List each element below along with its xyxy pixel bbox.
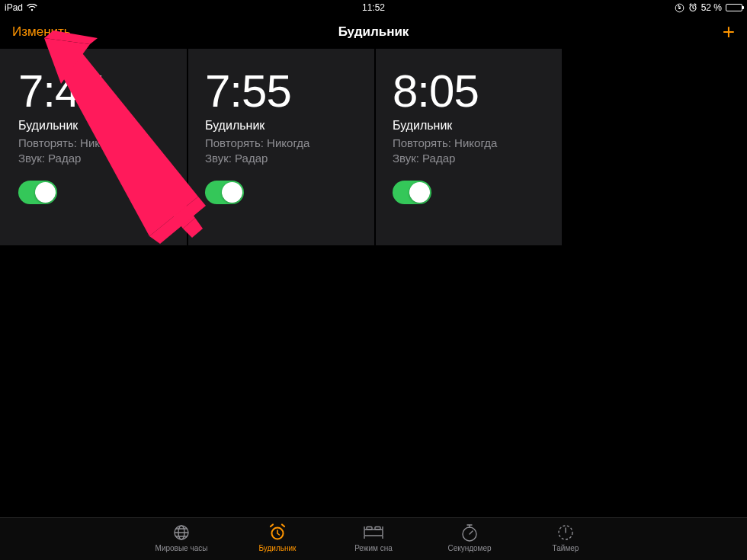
status-time: 11:52 — [362, 2, 385, 13]
page-title: Будильник — [338, 24, 409, 40]
wifi-icon — [27, 4, 37, 11]
tab-bedtime[interactable]: Режим сна — [343, 523, 404, 560]
alarm-sound: Звук: Радар — [205, 151, 357, 166]
alarm-grid: 7:45 Будильник Повторять: Никогда Звук: … — [0, 49, 747, 245]
nav-bar: Изменить Будильник + — [0, 15, 747, 49]
tab-label: Мировые часы — [155, 544, 208, 552]
tab-alarm[interactable]: Будильник — [247, 523, 308, 560]
tab-label: Секундомер — [447, 544, 491, 552]
alarm-time: 7:45 — [18, 69, 170, 114]
toggle-knob — [222, 182, 242, 203]
edit-button[interactable]: Изменить — [12, 24, 71, 40]
alarm-toggle[interactable] — [205, 181, 244, 204]
alarm-time: 7:55 — [205, 69, 357, 114]
timer-icon — [556, 523, 575, 542]
alarm-label: Будильник — [18, 119, 170, 133]
alarm-repeat: Повторять: Никогда — [18, 136, 170, 151]
tab-label: Таймер — [553, 544, 579, 552]
battery-percent: 52 % — [701, 2, 722, 13]
svg-rect-8 — [367, 527, 372, 530]
alarm-card[interactable]: 8:05 Будильник Повторять: Никогда Звук: … — [376, 49, 562, 245]
alarm-repeat: Повторять: Никогда — [205, 136, 357, 151]
globe-icon — [172, 523, 191, 542]
toggle-knob — [35, 182, 56, 203]
tab-timer[interactable]: Таймер — [535, 523, 596, 560]
svg-rect-9 — [375, 527, 380, 530]
alarm-card[interactable]: 7:55 Будильник Повторять: Никогда Звук: … — [188, 49, 374, 245]
tab-label: Будильник — [259, 544, 297, 552]
alarm-label: Будильник — [393, 119, 545, 133]
rotation-lock-icon — [675, 3, 684, 13]
tab-bar: Мировые часы Будильник Режим сна Секундо… — [0, 517, 747, 560]
tab-world-clock[interactable]: Мировые часы — [151, 523, 212, 560]
alarm-time: 8:05 — [393, 69, 545, 114]
stopwatch-icon — [460, 523, 479, 542]
alarm-clock-icon — [268, 523, 287, 542]
bed-icon — [362, 523, 385, 542]
battery-icon — [726, 4, 742, 11]
alarm-toggle[interactable] — [393, 181, 431, 204]
alarm-label: Будильник — [205, 119, 357, 133]
alarm-sound: Звук: Радар — [393, 151, 545, 166]
tab-label: Режим сна — [354, 544, 393, 552]
alarm-sound: Звук: Радар — [18, 151, 170, 166]
svg-rect-7 — [364, 530, 383, 536]
alarm-repeat: Повторять: Никогда — [393, 136, 545, 151]
plus-icon: + — [723, 20, 735, 43]
toggle-knob — [409, 182, 430, 203]
device-label: iPad — [5, 2, 23, 13]
alarm-toggle[interactable] — [18, 181, 57, 204]
add-alarm-button[interactable]: + — [723, 21, 735, 43]
svg-rect-1 — [678, 7, 681, 8]
tab-stopwatch[interactable]: Секундомер — [439, 523, 500, 560]
alarm-card[interactable]: 7:45 Будильник Повторять: Никогда Звук: … — [0, 49, 187, 245]
alarm-status-icon — [688, 3, 697, 12]
status-bar: iPad 11:52 52 % — [0, 0, 747, 15]
